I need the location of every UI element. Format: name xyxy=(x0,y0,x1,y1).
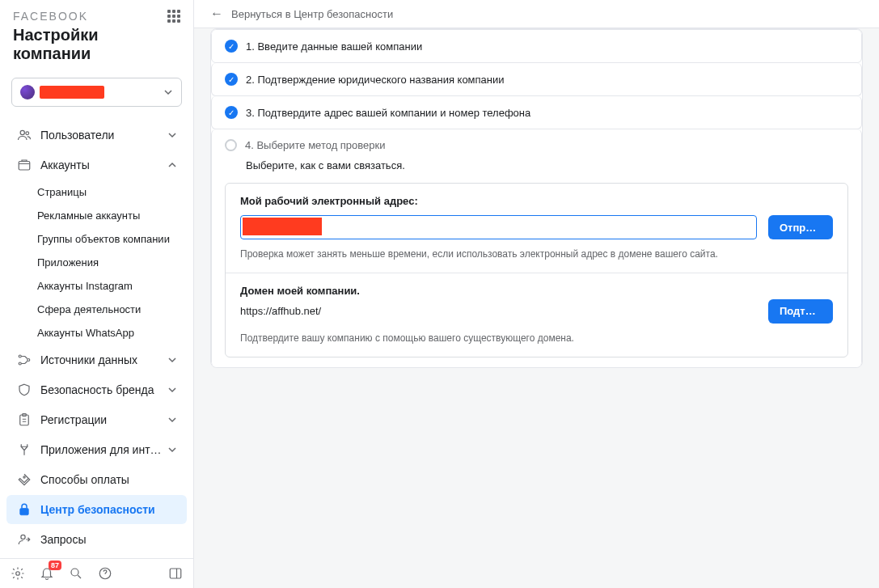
brand-logo: FACEBOOK xyxy=(13,10,88,23)
account-selector[interactable] xyxy=(11,78,182,107)
confirm-domain-button[interactable]: Подтве… xyxy=(768,299,833,324)
domain-section-label: Домен моей компании. xyxy=(240,285,360,297)
account-avatar xyxy=(20,85,35,99)
sidebar-sub-ad-accounts[interactable]: Рекламные аккаунты xyxy=(6,204,187,227)
check-icon: ✓ xyxy=(225,73,238,86)
svg-point-10 xyxy=(21,535,25,539)
send-email-button[interactable]: Отправ… xyxy=(768,215,833,239)
chevron-down-icon xyxy=(163,87,173,97)
sidebar-item-label: Пользователи xyxy=(40,129,167,142)
step-1[interactable]: ✓ 1. Введите данные вашей компании xyxy=(211,29,862,63)
apps-menu-icon[interactable] xyxy=(167,10,180,23)
sidebar-item-label: Приложения для интег… xyxy=(40,443,167,456)
integration-icon xyxy=(16,442,32,458)
notification-badge: 87 xyxy=(49,561,61,570)
panel-toggle-button[interactable] xyxy=(167,565,184,582)
back-link-label: Вернуться в Центр безопасности xyxy=(231,8,393,20)
users-icon xyxy=(16,127,32,143)
check-icon: ✓ xyxy=(225,40,238,53)
sidebar-item-security-center[interactable]: Центр безопасности xyxy=(6,495,187,524)
person-arrow-icon xyxy=(16,531,32,548)
domain-url: https://affhub.net/ xyxy=(240,305,360,317)
domain-hint: Подтвердите вашу компанию с помощью ваше… xyxy=(240,332,833,345)
svg-rect-14 xyxy=(170,569,181,578)
chevron-down-icon xyxy=(167,415,177,425)
sidebar-sub-apps[interactable]: Приложения xyxy=(6,251,187,274)
sidebar-item-requests[interactable]: Запросы xyxy=(6,525,187,554)
svg-point-3 xyxy=(19,355,21,357)
sidebar-item-data-sources[interactable]: Источники данных xyxy=(6,345,187,374)
step-title: 1. Введите данные вашей компании xyxy=(246,40,422,53)
step-3[interactable]: ✓ 3. Подтвердите адрес вашей компании и … xyxy=(211,96,862,129)
email-value-redacted xyxy=(243,218,322,235)
tag-icon xyxy=(16,472,32,488)
clipboard-icon xyxy=(16,412,32,428)
step-subtitle: Выберите, как с вами связаться. xyxy=(246,159,848,171)
sidebar-sub-pages[interactable]: Страницы xyxy=(6,180,187,204)
back-link[interactable]: ← Вернуться в Центр безопасности xyxy=(194,0,879,28)
sidebar-item-brand-safety[interactable]: Безопасность бренда xyxy=(6,375,187,404)
sidebar-item-registrations[interactable]: Регистрации xyxy=(6,405,187,434)
sidebar-sub-asset-groups[interactable]: Группы объектов компании xyxy=(6,227,187,251)
search-button[interactable] xyxy=(68,565,84,582)
sidebar-sub-business-line[interactable]: Сфера деятельности xyxy=(6,298,187,321)
step-2[interactable]: ✓ 2. Подтверждение юридического названия… xyxy=(211,63,862,96)
svg-point-5 xyxy=(27,359,30,362)
sidebar-item-label: Аккаунты xyxy=(40,159,167,171)
lock-icon xyxy=(16,501,32,518)
sidebar-item-accounts[interactable]: Аккаунты xyxy=(6,150,187,180)
chevron-down-icon xyxy=(167,130,177,140)
account-name-redacted xyxy=(40,86,104,99)
step-title: 4. Выберите метод проверки xyxy=(245,139,386,151)
chevron-down-icon xyxy=(167,445,177,455)
sidebar-item-label: Безопасность бренда xyxy=(40,383,167,396)
sidebar-item-label: Центр безопасности xyxy=(40,503,177,516)
step-title: 3. Подтвердите адрес вашей компании и но… xyxy=(246,107,530,119)
sidebar-sub-instagram[interactable]: Аккаунты Instagram xyxy=(6,274,187,298)
svg-point-4 xyxy=(19,362,21,365)
data-sources-icon xyxy=(16,352,32,368)
email-section-label: Мой рабочий электронный адрес: xyxy=(240,195,833,207)
svg-point-0 xyxy=(20,130,24,134)
svg-point-12 xyxy=(71,569,78,576)
sidebar-item-label: Источники данных xyxy=(40,353,167,366)
chevron-down-icon xyxy=(167,385,177,395)
shield-icon xyxy=(16,382,32,398)
accounts-icon xyxy=(16,157,32,173)
sidebar-item-label: Запросы xyxy=(40,533,177,546)
chevron-up-icon xyxy=(167,160,177,170)
help-button[interactable] xyxy=(97,565,113,582)
page-title: Настройки компании xyxy=(13,26,180,63)
svg-point-8 xyxy=(23,476,25,478)
step-title: 2. Подтверждение юридического названия к… xyxy=(246,74,505,86)
notifications-button[interactable]: 87 xyxy=(39,565,55,582)
arrow-left-icon: ← xyxy=(210,6,223,21)
sidebar-item-integrations[interactable]: Приложения для интег… xyxy=(6,435,187,464)
email-hint: Проверка может занять меньше времени, ес… xyxy=(240,247,833,261)
radio-unchecked-icon xyxy=(225,139,237,151)
chevron-down-icon xyxy=(167,355,177,365)
sidebar-item-label: Регистрации xyxy=(40,413,167,426)
svg-point-11 xyxy=(16,572,20,576)
step-4: 4. Выберите метод проверки Выберите, как… xyxy=(211,129,862,367)
check-icon: ✓ xyxy=(225,106,238,119)
sidebar-item-payment[interactable]: Способы оплаты xyxy=(6,465,187,494)
svg-rect-9 xyxy=(20,509,29,515)
settings-button[interactable] xyxy=(10,565,26,582)
sidebar-item-users[interactable]: Пользователи xyxy=(6,121,187,150)
sidebar-item-label: Способы оплаты xyxy=(40,473,177,486)
svg-point-1 xyxy=(26,132,29,135)
svg-rect-2 xyxy=(19,162,30,171)
email-input[interactable] xyxy=(240,215,757,239)
sidebar-sub-whatsapp[interactable]: Аккаунты WhatsApp xyxy=(6,321,187,345)
